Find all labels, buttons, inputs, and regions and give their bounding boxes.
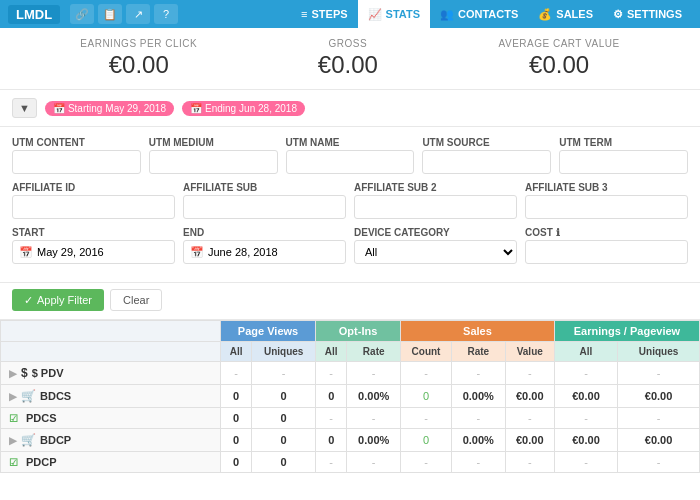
cal-start-icon: 📅	[19, 246, 33, 259]
pageviews-header: Page Views	[221, 321, 316, 342]
table-cell: -	[347, 362, 401, 385]
utm-name-input[interactable]	[286, 150, 415, 174]
table-cell: -	[401, 452, 452, 473]
table-cell: -	[401, 408, 452, 429]
nav-link-icon[interactable]: 🔗	[70, 4, 94, 24]
start-date-label: Start	[12, 227, 175, 238]
affiliate-id-input[interactable]	[12, 195, 175, 219]
table-cell: -	[316, 408, 347, 429]
affiliate-sub3-label: Affiliate Sub 3	[525, 182, 688, 193]
nav-external-icon[interactable]: ↗	[126, 4, 150, 24]
clear-filter-button[interactable]: Clear	[110, 289, 162, 311]
tab-sales[interactable]: 💰 SALES	[528, 0, 603, 28]
table-cell: -	[505, 408, 554, 429]
device-category-group: Device Category All	[354, 227, 517, 264]
filter-form: UTM Content UTM Medium UTM Name UTM Sour…	[0, 127, 700, 283]
🛒-icon: 🛒	[21, 433, 36, 447]
utm-name-label: UTM Name	[286, 137, 415, 148]
start-date-input[interactable]	[37, 246, 168, 258]
table-cell: 0	[252, 408, 316, 429]
table-row: ☑PDCS00-------	[1, 408, 700, 429]
checkbox-icon[interactable]: ☑	[9, 413, 18, 424]
affiliate-sub-input[interactable]	[183, 195, 346, 219]
nav-icon-group: 🔗 📋 ↗ ?	[70, 4, 178, 24]
table-cell: 0	[252, 452, 316, 473]
nav-tabs: ≡ STEPS 📈 STATS 👥 CONTACTS 💰 SALES ⚙ SET…	[291, 0, 692, 28]
table-row: ▶$$ PDV---------	[1, 362, 700, 385]
oi-all-header: All	[316, 342, 347, 362]
start-date-input-wrap[interactable]: 📅	[12, 240, 175, 264]
row-name-label: PDCS	[26, 412, 57, 424]
table-cell: €0.00	[505, 429, 554, 452]
nav-help-icon[interactable]: ?	[154, 4, 178, 24]
row-name-cell: ▶🛒BDCP	[1, 429, 221, 452]
table-cell: 0.00%	[451, 429, 505, 452]
oi-rate-header: Rate	[347, 342, 401, 362]
utm-term-input[interactable]	[559, 150, 688, 174]
check-icon: ✓	[24, 294, 33, 307]
affiliate-sub3-group: Affiliate Sub 3	[525, 182, 688, 219]
end-date-input-wrap[interactable]: 📅	[183, 240, 346, 264]
tab-steps[interactable]: ≡ STEPS	[291, 0, 358, 28]
metrics-row: EARNINGS PER CLICK €0.00 GROSS €0.00 AVE…	[0, 28, 700, 90]
apply-filter-button[interactable]: ✓ Apply Filter	[12, 289, 104, 311]
utm-medium-input[interactable]	[149, 150, 278, 174]
cost-input[interactable]	[525, 240, 688, 264]
utm-content-label: UTM Content	[12, 137, 141, 148]
nav-copy-icon[interactable]: 📋	[98, 4, 122, 24]
🛒-icon: 🛒	[21, 389, 36, 403]
expand-icon[interactable]: ▶	[9, 435, 17, 446]
expand-icon[interactable]: ▶	[9, 391, 17, 402]
row-name-cell: ▶$$ PDV	[1, 362, 221, 385]
utm-content-input[interactable]	[12, 150, 141, 174]
table-cell: €0.00	[554, 429, 617, 452]
filter-toggle-button[interactable]: ▼	[12, 98, 37, 118]
s-rate-header: Rate	[451, 342, 505, 362]
row-name-label: $ PDV	[32, 367, 64, 379]
affiliate-sub2-input[interactable]	[354, 195, 517, 219]
affiliate-sub3-input[interactable]	[525, 195, 688, 219]
affiliate-sub-label: Affiliate Sub	[183, 182, 346, 193]
sales-header: Sales	[401, 321, 555, 342]
utm-name-group: UTM Name	[286, 137, 415, 174]
table-cell: -	[221, 362, 252, 385]
utm-medium-group: UTM Medium	[149, 137, 278, 174]
metric-gross: GROSS €0.00	[318, 38, 378, 79]
utm-medium-label: UTM Medium	[149, 137, 278, 148]
table-body: ▶$$ PDV---------▶🛒BDCS0000.00%00.00%€0.0…	[1, 362, 700, 473]
tab-settings[interactable]: ⚙ SETTINGS	[603, 0, 692, 28]
table-cell: -	[316, 362, 347, 385]
form-row-dates: Start 📅 End 📅 Device Category All Cost ℹ	[12, 227, 688, 264]
table-row: ▶🛒BDCP0000.00%00.00%€0.00€0.00€0.00	[1, 429, 700, 452]
utm-source-input[interactable]	[422, 150, 551, 174]
ending-date-badge[interactable]: 📅 Ending Jun 28, 2018	[182, 101, 305, 116]
expand-icon[interactable]: ▶	[9, 368, 17, 379]
utm-source-group: UTM Source	[422, 137, 551, 174]
row-name-label: BDCP	[40, 434, 71, 446]
stats-icon: 📈	[368, 8, 382, 21]
tab-contacts[interactable]: 👥 CONTACTS	[430, 0, 528, 28]
end-date-input[interactable]	[208, 246, 339, 258]
calendar-start-icon: 📅	[53, 103, 65, 114]
pv-all-header: All	[221, 342, 252, 362]
sales-icon: 💰	[538, 8, 552, 21]
table-cell: 0	[252, 385, 316, 408]
top-nav: LMDL 🔗 📋 ↗ ? ≡ STEPS 📈 STATS 👥 CONTACTS …	[0, 0, 700, 28]
checkbox-icon[interactable]: ☑	[9, 457, 18, 468]
cost-label: Cost ℹ	[525, 227, 688, 238]
table-section: Page Views Opt-Ins Sales Earnings / Page…	[0, 320, 700, 500]
device-category-select[interactable]: All	[354, 240, 517, 264]
starting-date-badge[interactable]: 📅 Starting May 29, 2018	[45, 101, 174, 116]
affiliate-sub2-group: Affiliate Sub 2	[354, 182, 517, 219]
$-icon: $	[21, 366, 28, 380]
table-sub-header-row: All Uniques All Rate Count Rate Value Al…	[1, 342, 700, 362]
table-cell: -	[505, 452, 554, 473]
table-cell: -	[451, 452, 505, 473]
table-name-header	[1, 321, 221, 342]
affiliate-sub2-label: Affiliate Sub 2	[354, 182, 517, 193]
row-name-cell: ▶🛒BDCS	[1, 385, 221, 408]
table-cell: -	[554, 408, 617, 429]
tab-stats[interactable]: 📈 STATS	[358, 0, 430, 28]
end-date-label: End	[183, 227, 346, 238]
table-cell: -	[316, 452, 347, 473]
